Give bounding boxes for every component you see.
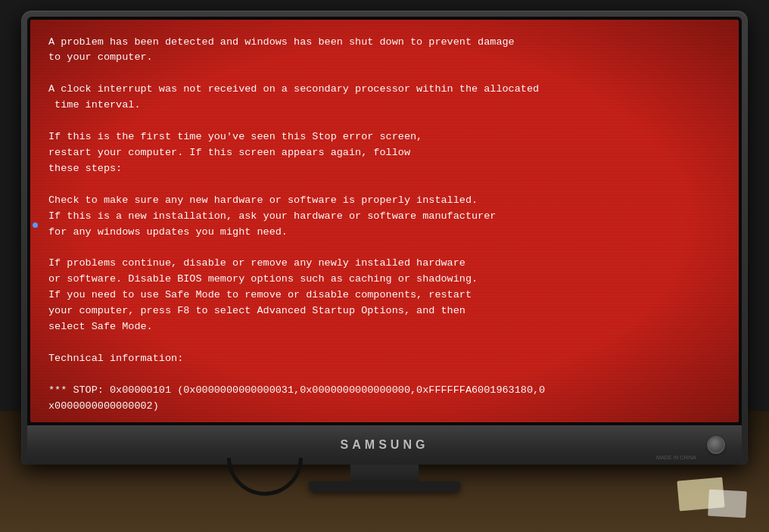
monitor-bottom-bar: SAMSUNG MADE IN CHINA bbox=[27, 425, 742, 465]
brand-label: SAMSUNG bbox=[341, 438, 429, 452]
desk-item-paper2 bbox=[708, 490, 747, 518]
power-button[interactable] bbox=[707, 436, 725, 454]
monitor-outer: A problem has been detected and windows … bbox=[21, 11, 748, 465]
bsod-screen: A problem has been detected and windows … bbox=[30, 20, 739, 422]
monitor-markings: MADE IN CHINA bbox=[656, 455, 696, 460]
bsod-text: A problem has been detected and windows … bbox=[48, 35, 721, 415]
monitor-stand-neck bbox=[350, 465, 419, 481]
monitor-stand-base bbox=[309, 481, 460, 492]
screen-bezel: A problem has been detected and windows … bbox=[27, 17, 742, 425]
monitor: A problem has been detected and windows … bbox=[21, 11, 748, 492]
artifact-dot bbox=[33, 222, 38, 228]
